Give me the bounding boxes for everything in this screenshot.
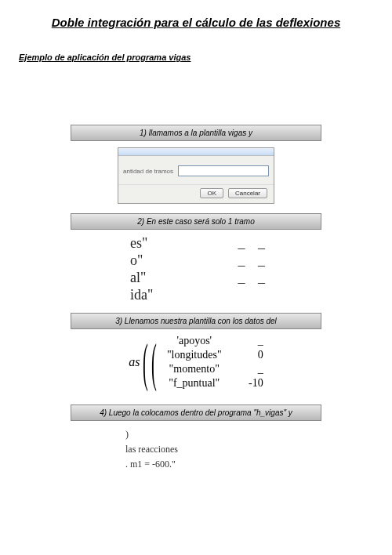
step-3-bar: 3) Llenamos nuestra plantilla con los da… bbox=[71, 313, 321, 329]
fragment-2: as ( ( 'apoyos'_ "longitudes"0 "momento"… bbox=[19, 334, 373, 390]
tramos-input[interactable] bbox=[178, 165, 269, 176]
frag3-line: ) bbox=[125, 427, 267, 442]
page-title: Doble integración para el cálculo de las… bbox=[19, 16, 373, 29]
frag1-row: ida" bbox=[125, 286, 274, 303]
frag1-row: es"_ _ bbox=[125, 234, 274, 252]
step-1-bar: 1) llamamos a la plantilla vigas y bbox=[71, 125, 321, 141]
left-brace-icon: ( bbox=[143, 339, 148, 386]
frag3-line: las reacciones bbox=[125, 442, 267, 457]
cancel-button[interactable]: Cancelar bbox=[228, 188, 267, 198]
frag3-line: . m1 = -600." bbox=[125, 457, 267, 472]
fragment-3: ) las reacciones . m1 = -600." bbox=[125, 427, 267, 473]
step-2-bar: 2) En este caso será solo 1 tramo bbox=[71, 213, 321, 230]
frag2-row: "f_puntual"-10 bbox=[160, 376, 263, 390]
as-label: as bbox=[129, 355, 140, 369]
frag2-row: 'apoyos'_ bbox=[160, 334, 263, 348]
left-brace-icon: ( bbox=[151, 339, 157, 386]
dialog-titlebar bbox=[118, 148, 274, 156]
step-4-bar: 4) Luego la colocamos dentro del program… bbox=[71, 404, 321, 421]
frag2-row: "momento"_ bbox=[160, 362, 263, 376]
dialog-field-label: antidad de tramos bbox=[123, 168, 173, 175]
frag1-row: al"_ _ bbox=[125, 269, 274, 286]
subtitle-text: Ejemplo de aplicación del programa vigas bbox=[19, 53, 373, 62]
frag1-row: o"_ _ bbox=[125, 252, 274, 269]
dialog-window: antidad de tramos OK Cancelar bbox=[118, 147, 274, 204]
fragment-1: es"_ _ o"_ _ al"_ _ ida" bbox=[118, 234, 274, 303]
ok-button[interactable]: OK bbox=[200, 188, 223, 198]
frag2-row: "longitudes"0 bbox=[160, 348, 263, 362]
